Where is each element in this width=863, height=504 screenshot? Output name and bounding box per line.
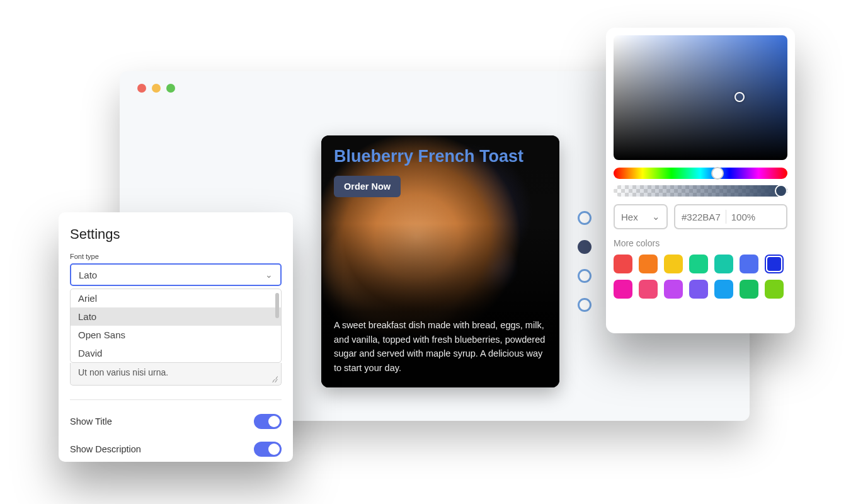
swatch-3[interactable] <box>689 255 708 273</box>
more-colors-label: More colors <box>614 238 787 248</box>
swatch-grid <box>614 255 787 299</box>
hue-handle[interactable] <box>711 167 724 180</box>
font-type-select[interactable]: Lato ⌄ <box>70 263 282 286</box>
settings-panel: Settings Font type Lato ⌄ Ariel Lato Ope… <box>59 212 293 462</box>
pagination-dot-3[interactable] <box>578 298 592 312</box>
recipe-description: A sweet breakfast dish made with bread, … <box>334 318 547 375</box>
swatch-0[interactable] <box>614 255 632 273</box>
hex-input[interactable]: #322BA7 100% <box>674 204 787 229</box>
color-input-row: Hex ⌄ #322BA7 100% <box>614 204 787 229</box>
alpha-handle[interactable] <box>775 185 787 197</box>
swatch-1[interactable] <box>639 255 658 273</box>
color-format-value: Hex <box>621 212 638 222</box>
alpha-slider[interactable] <box>614 185 787 197</box>
font-option-ariel[interactable]: Ariel <box>71 289 281 307</box>
show-title-label: Show Title <box>70 416 112 427</box>
pagination-dot-0[interactable] <box>578 211 592 225</box>
hue-slider[interactable] <box>614 168 787 179</box>
swatch-10[interactable] <box>689 280 708 299</box>
window-minimize-button[interactable] <box>152 84 161 93</box>
pagination-dot-2[interactable] <box>578 269 592 283</box>
sample-text-textarea[interactable]: Ut non varius nisi urna. <box>70 363 282 386</box>
color-format-select[interactable]: Hex ⌄ <box>614 204 668 229</box>
swatch-13[interactable] <box>765 280 784 299</box>
saturation-value-canvas[interactable] <box>614 35 787 160</box>
recipe-card: Blueberry French Toast Order Now A sweet… <box>321 135 559 387</box>
alpha-value: 100% <box>731 212 755 222</box>
font-option-lato[interactable]: Lato <box>71 307 281 326</box>
card-pagination <box>578 211 592 312</box>
font-option-david[interactable]: David <box>71 344 281 362</box>
pagination-dot-1[interactable] <box>578 240 592 254</box>
font-option-open-sans[interactable]: Open Sans <box>71 326 281 344</box>
swatch-8[interactable] <box>639 280 658 299</box>
show-title-toggle[interactable] <box>254 414 282 429</box>
swatch-7[interactable] <box>614 280 632 299</box>
hex-value: #322BA7 <box>682 212 721 222</box>
swatch-5[interactable] <box>740 255 758 273</box>
order-now-button[interactable]: Order Now <box>334 176 401 197</box>
swatch-2[interactable] <box>664 255 683 273</box>
font-type-label: Font type <box>70 253 282 260</box>
chevron-down-icon: ⌄ <box>265 270 273 280</box>
swatch-11[interactable] <box>714 280 733 299</box>
swatch-4[interactable] <box>714 255 733 273</box>
input-divider <box>726 210 726 224</box>
settings-divider <box>70 399 282 400</box>
settings-title: Settings <box>70 226 282 243</box>
show-description-toggle[interactable] <box>254 442 282 457</box>
swatch-12[interactable] <box>740 280 758 299</box>
sv-cursor[interactable] <box>734 92 745 102</box>
swatch-9[interactable] <box>664 280 683 299</box>
swatch-6[interactable] <box>765 255 784 273</box>
window-close-button[interactable] <box>137 84 146 93</box>
show-description-label: Show Description <box>70 444 141 454</box>
window-zoom-button[interactable] <box>166 84 175 93</box>
color-picker-panel: Hex ⌄ #322BA7 100% More colors <box>606 28 795 333</box>
recipe-title: Blueberry French Toast <box>334 147 523 166</box>
chevron-down-icon: ⌄ <box>652 211 660 222</box>
show-description-row: Show Description <box>70 435 282 463</box>
show-title-row: Show Title <box>70 408 282 435</box>
font-type-value: Lato <box>79 270 97 280</box>
font-type-dropdown: Ariel Lato Open Sans David <box>70 289 282 363</box>
